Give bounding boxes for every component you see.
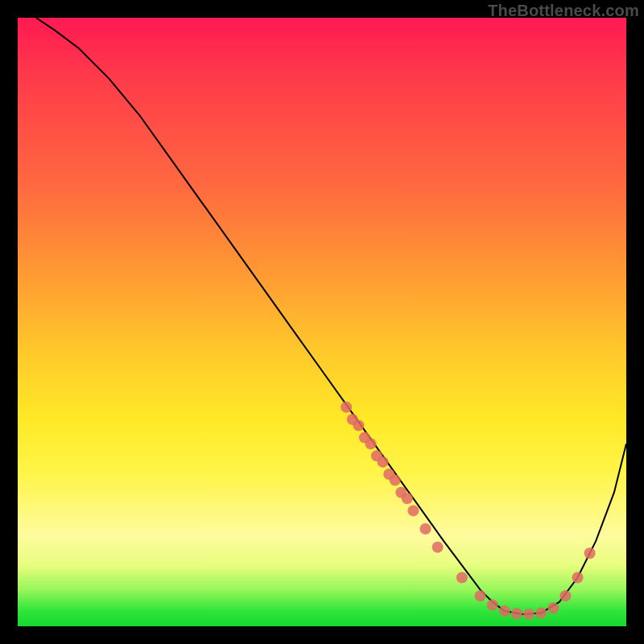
- marker-dot: [341, 402, 352, 413]
- marker-dot: [456, 572, 468, 584]
- marker-dot: [511, 608, 522, 619]
- marker-dot: [487, 600, 498, 611]
- marker-group: [341, 402, 595, 620]
- marker-dot: [407, 505, 419, 516]
- watermark-text: TheBottleneck.com: [488, 2, 639, 20]
- plot-area: [18, 18, 626, 626]
- marker-dot: [584, 547, 596, 559]
- marker-dot: [402, 493, 413, 504]
- marker-dot: [353, 420, 364, 431]
- marker-dot: [499, 605, 510, 617]
- marker-dot: [523, 609, 535, 620]
- marker-dot: [559, 590, 571, 601]
- marker-dot: [475, 590, 486, 601]
- marker-dot: [547, 602, 559, 613]
- marker-dot: [365, 438, 377, 449]
- marker-dot: [378, 456, 389, 468]
- marker-dot: [390, 475, 401, 486]
- curve-line: [36, 18, 626, 614]
- chart-frame: TheBottleneck.com: [0, 0, 644, 644]
- marker-dot: [420, 523, 431, 535]
- marker-dot: [535, 607, 547, 618]
- marker-dot: [572, 572, 584, 584]
- marker-dot: [432, 542, 444, 553]
- chart-svg: [18, 18, 626, 626]
